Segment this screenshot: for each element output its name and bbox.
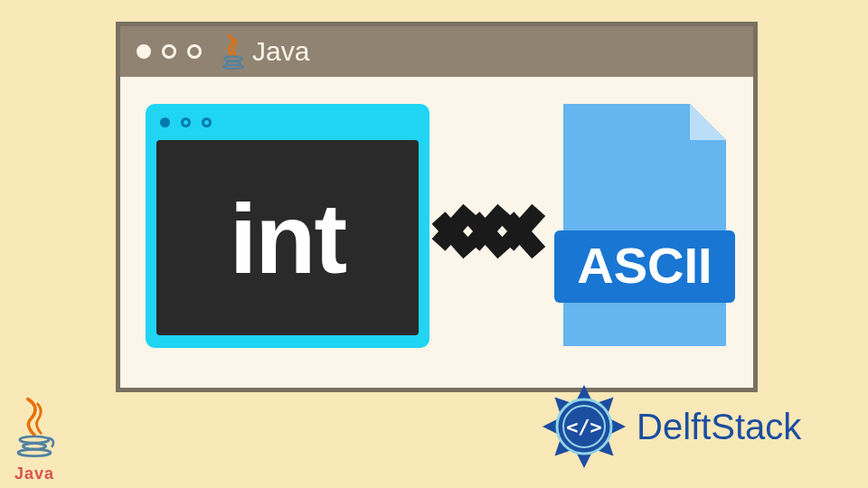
- app-window: Java int ASCII: [116, 22, 758, 392]
- svg-point-10: [18, 449, 51, 455]
- card-dot: [160, 117, 170, 127]
- int-card: int: [146, 104, 429, 348]
- corner-java-label: Java: [7, 465, 61, 483]
- chevron-right-icon: [507, 191, 547, 272]
- titlebar: Java: [120, 26, 753, 77]
- card-dot: [202, 117, 212, 127]
- svg-point-2: [223, 65, 243, 69]
- java-logo-icon: [7, 396, 61, 461]
- brand-name: DelftStack: [637, 407, 801, 447]
- brand-logo: </> DelftStack: [539, 381, 801, 472]
- window-control-dot: [162, 44, 176, 59]
- corner-java-logo: Java: [7, 396, 61, 483]
- java-logo-icon: [220, 33, 247, 70]
- int-card-titlebar: [146, 104, 429, 140]
- window-title: Java: [220, 33, 309, 70]
- window-control-dot: [187, 44, 202, 59]
- svg-point-9: [23, 444, 45, 449]
- delftstack-logo-icon: </>: [539, 381, 629, 472]
- ascii-file-icon: ASCII: [554, 95, 735, 355]
- svg-point-0: [224, 57, 242, 61]
- int-card-body: int: [156, 140, 419, 335]
- int-label: int: [230, 181, 345, 296]
- card-dot: [181, 117, 191, 127]
- window-title-text: Java: [252, 36, 309, 67]
- window-control-dot: [137, 44, 151, 59]
- svg-point-8: [20, 436, 49, 443]
- ascii-label: ASCII: [577, 237, 712, 294]
- conversion-arrows: [439, 191, 542, 272]
- svg-text:</>: </>: [566, 416, 602, 438]
